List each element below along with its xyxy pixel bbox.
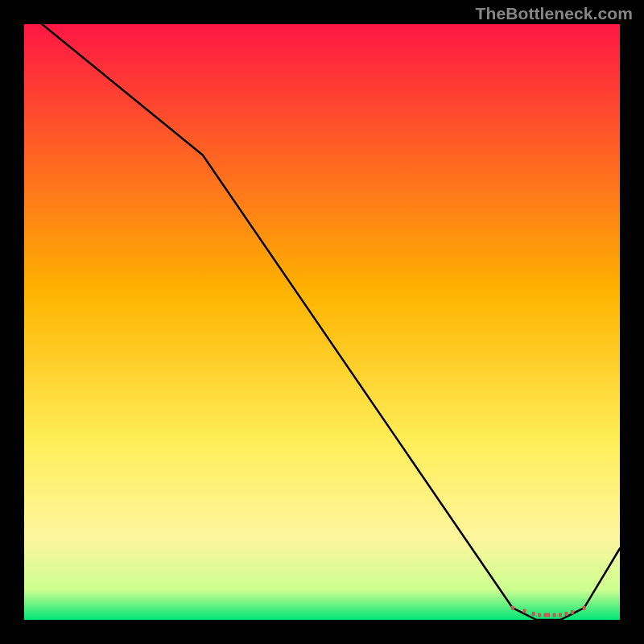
plot-area xyxy=(24,24,620,620)
chart-marker xyxy=(564,612,568,616)
chart-line xyxy=(24,24,620,620)
chart-markers xyxy=(511,606,586,617)
chart-marker xyxy=(553,613,556,617)
chart-container: TheBottleneck.com xyxy=(0,0,644,644)
chart-overlay xyxy=(24,24,620,620)
attribution-text: TheBottleneck.com xyxy=(476,4,633,23)
chart-marker xyxy=(583,606,586,610)
chart-marker xyxy=(532,612,535,616)
chart-marker xyxy=(559,613,562,617)
chart-marker xyxy=(523,609,526,613)
chart-marker xyxy=(571,610,574,614)
chart-marker xyxy=(538,613,541,617)
chart-marker xyxy=(547,613,550,617)
chart-marker xyxy=(544,613,547,617)
chart-marker xyxy=(511,606,514,610)
